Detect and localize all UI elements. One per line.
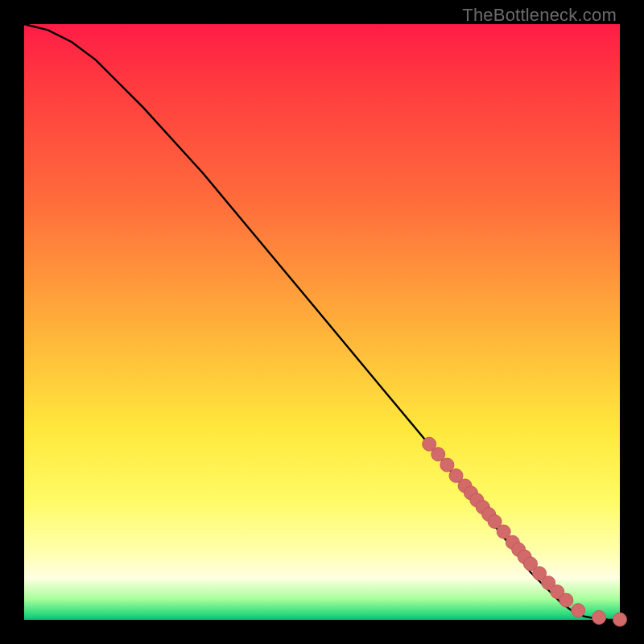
chart-svg	[24, 24, 620, 620]
watermark-text: TheBottleneck.com	[462, 5, 617, 26]
data-marker	[572, 604, 585, 617]
chart-frame: TheBottleneck.com	[0, 0, 644, 644]
marker-group	[423, 437, 627, 626]
plot-area	[24, 24, 620, 620]
bottleneck-curve	[24, 24, 620, 620]
data-marker	[592, 611, 606, 625]
data-marker	[613, 613, 627, 626]
data-marker	[559, 593, 573, 607]
